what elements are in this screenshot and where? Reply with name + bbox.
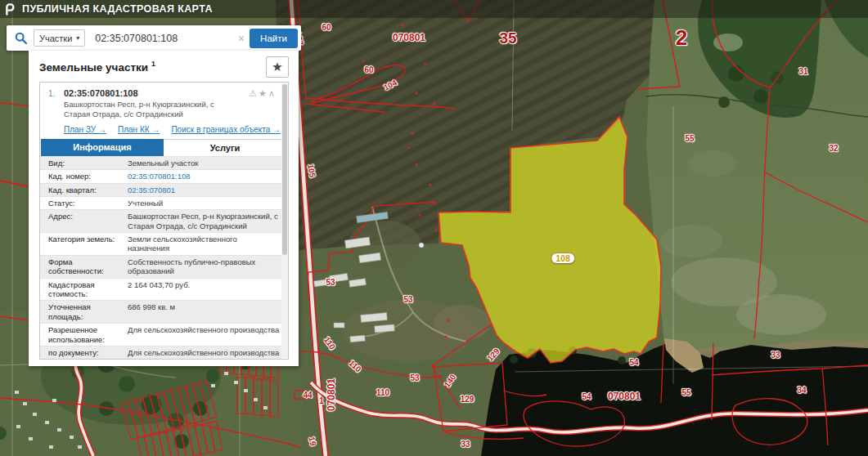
field-value: Для сельскохозяйственного производства bbox=[122, 348, 281, 357]
field-label: Адрес: bbox=[40, 212, 122, 230]
card-scrollbar[interactable] bbox=[281, 83, 288, 358]
field-row: Категория земель:Земли сельскохозяйствен… bbox=[40, 232, 281, 255]
result-cadastral-number[interactable]: 02:35:070801:108 bbox=[64, 88, 242, 98]
results-count: 1 bbox=[151, 60, 155, 68]
field-row: Адрес:Башкортостан Респ, р-н Куюргазинск… bbox=[40, 209, 281, 232]
field-value: Собственность публично-правовых образова… bbox=[122, 257, 281, 276]
field-label: Разрешенное использование: bbox=[40, 325, 122, 344]
app-title: ПУБЛИЧНАЯ КАДАСТРОВАЯ КАРТА bbox=[22, 3, 213, 15]
search-bar: Участки ▾ × Найти bbox=[7, 25, 301, 51]
result-link[interactable]: Поиск в границах объекта → bbox=[171, 125, 281, 134]
result-card: 1. 02:35:070801:108 Башкортостан Респ, р… bbox=[39, 82, 289, 360]
search-category-label: Участки bbox=[39, 34, 72, 43]
field-value: Для сельскохозяйственного производства bbox=[122, 325, 281, 344]
field-value-link[interactable]: 02:35:070801 bbox=[122, 186, 281, 194]
tab-information[interactable]: Информация bbox=[41, 139, 164, 156]
app-header: ПУБЛИЧНАЯ КАДАСТРОВАЯ КАРТА bbox=[0, 0, 868, 18]
field-label: Статус: bbox=[40, 199, 122, 208]
chevron-down-icon: ▾ bbox=[76, 34, 79, 42]
field-label: Кадастровая стоимость: bbox=[40, 280, 122, 299]
field-value: Башкортостан Респ, р-н Куюргазинский, с … bbox=[122, 212, 281, 230]
field-label: Уточненная площадь: bbox=[40, 302, 122, 321]
result-link[interactable]: План КК → bbox=[118, 125, 160, 134]
field-label: Форма собственности: bbox=[40, 257, 122, 276]
search-category-dropdown[interactable]: Участки ▾ bbox=[34, 29, 85, 47]
field-value: Земельный участок bbox=[122, 159, 281, 168]
warning-icon[interactable]: ⚠ bbox=[249, 88, 259, 98]
result-link[interactable]: План ЗУ → bbox=[64, 125, 106, 134]
search-icon[interactable] bbox=[15, 32, 28, 45]
result-address: Башкортостан Респ, р-н Куюргазинский, с … bbox=[64, 100, 242, 119]
star-icon[interactable]: ★ bbox=[259, 88, 268, 98]
field-row: Разрешенное использование:Для сельскохоз… bbox=[40, 323, 281, 346]
favorites-star-button[interactable]: ★ bbox=[266, 56, 289, 78]
field-row: Вид:Земельный участок bbox=[40, 156, 281, 169]
search-submit-button[interactable]: Найти bbox=[250, 29, 298, 48]
result-card-icons: ⚠★∧ bbox=[249, 88, 277, 99]
field-value-link[interactable]: 02:35:070801:108 bbox=[122, 172, 281, 181]
field-label: Категория земель: bbox=[40, 235, 122, 253]
tab-services[interactable]: Услуги bbox=[164, 139, 287, 156]
field-row: Статус:Учтенный bbox=[40, 196, 281, 209]
clear-search-icon[interactable]: × bbox=[233, 32, 250, 45]
field-row: Кад. номер:02:35:070801:108 bbox=[40, 169, 281, 182]
field-label: Кад. квартал: bbox=[40, 186, 122, 194]
results-title: Земельные участки 1 bbox=[39, 60, 155, 74]
parcel-info-table: Вид:Земельный участокКад. номер:02:35:07… bbox=[40, 156, 281, 360]
field-row: Форма собственности:Собственность публич… bbox=[40, 255, 281, 278]
field-value: Учтенный bbox=[122, 199, 281, 208]
field-row: Кад. квартал:02:35:070801 bbox=[40, 183, 281, 196]
results-header: Земельные участки 1 ★ bbox=[29, 51, 299, 82]
result-index: 1. bbox=[48, 88, 64, 119]
results-panel: Земельные участки 1 ★ 1. 02:35:070801:10… bbox=[29, 51, 299, 366]
search-input[interactable] bbox=[93, 32, 232, 45]
result-tabs: Информация Услуги bbox=[41, 139, 287, 156]
field-value: 2 164 043,70 руб. bbox=[122, 280, 281, 299]
field-row: по документу:Для сельскохозяйственного п… bbox=[40, 346, 281, 359]
field-value: Земли сельскохозяйственного назначения bbox=[122, 235, 281, 253]
field-row: Уточненная площадь:686 998 кв. м bbox=[40, 300, 281, 323]
field-label: Вид: bbox=[40, 159, 122, 168]
field-label: по документу: bbox=[40, 348, 122, 357]
pkk-logo-icon bbox=[4, 3, 16, 16]
field-value: 686 998 кв. м bbox=[122, 302, 281, 321]
scrollbar-thumb[interactable] bbox=[282, 84, 287, 255]
result-links: План ЗУ →План КК →Поиск в границах объек… bbox=[64, 125, 281, 134]
field-label: Кад. номер: bbox=[40, 172, 122, 181]
field-row: Кадастровая стоимость:2 164 043,70 руб. bbox=[40, 278, 281, 301]
collapse-icon[interactable]: ∧ bbox=[268, 88, 277, 98]
